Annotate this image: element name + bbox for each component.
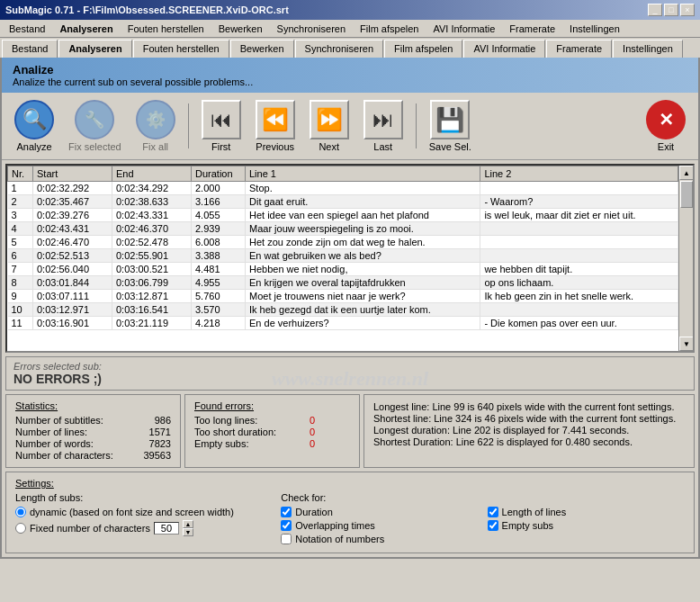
first-button[interactable]: ⏮ First [196, 98, 247, 154]
menu-fouten[interactable]: Fouten herstellen [121, 22, 211, 36]
menu-bestand[interactable]: Bestand [2, 22, 52, 36]
menu-synchroniseren[interactable]: Synchroniseren [270, 22, 353, 36]
table-row[interactable]: 5 0:02:46.470 0:02:52.478 6.008 Het zou … [8, 236, 678, 249]
tab-avi[interactable]: AVI Informatie [463, 40, 545, 58]
tab-synchroniseren[interactable]: Synchroniseren [295, 40, 383, 58]
close-button[interactable]: × [680, 4, 695, 16]
table-row[interactable]: 8 0:03:01.844 0:03:06.799 4.955 En krijg… [8, 276, 678, 290]
window-title: SubMagic 0.71 - F:\Film\Obsessed.SCREENE… [5, 4, 289, 15]
check-notation[interactable] [281, 534, 292, 544]
stat-label-3: Number of characters: [15, 450, 113, 461]
tab-instellingen[interactable]: Instellingen [613, 40, 683, 58]
check-duration[interactable] [281, 507, 292, 517]
found-errors-box: Found errors: Too long lines: 0 Too shor… [184, 394, 360, 468]
table-row[interactable]: 3 0:02:39.276 0:02:43.331 4.055 Het idee… [8, 209, 678, 222]
tab-fouten[interactable]: Fouten herstellen [133, 40, 229, 58]
menu-bewerken[interactable]: Bewerken [211, 22, 270, 36]
settings-right: x Length of lines Empty subs [488, 492, 685, 547]
table-row[interactable]: 9 0:03:07.111 0:03:12.871 5.760 Moet je … [8, 290, 678, 303]
menu-bar: Bestand Analyseren Fouten herstellen Bew… [0, 20, 700, 38]
stat-label-0: Number of subtitles: [15, 415, 103, 426]
previous-button[interactable]: ⏪ Previous [250, 98, 301, 154]
fix-selected-icon[interactable]: 🔧 [75, 100, 114, 139]
window-controls[interactable]: _ □ × [648, 4, 695, 16]
table-row[interactable]: 6 0:02:52.513 0:02:55.901 3.388 En wat g… [8, 249, 678, 263]
maximize-button[interactable]: □ [664, 4, 678, 16]
longest-row-0: Longest line: Line 99 is 640 pixels wide… [373, 401, 685, 412]
last-button[interactable]: ⏭ Last [358, 98, 408, 154]
scroll-down-arrow[interactable]: ▼ [679, 337, 694, 351]
fix-all-label: Fix all [142, 141, 168, 152]
toolbar: 🔍 Analyze 🔧 Fix selected ⚙️ Fix all ⏮ Fi… [2, 93, 698, 160]
analyze-label: Analyze [16, 141, 51, 152]
exit-icon[interactable]: ✕ [646, 100, 686, 139]
previous-label: Previous [256, 141, 294, 152]
first-icon[interactable]: ⏮ [202, 100, 241, 139]
statistics-box: Statistics: Number of subtitles: 986 Num… [5, 394, 181, 468]
scroll-up-arrow[interactable]: ▲ [679, 166, 694, 180]
tab-analyseren[interactable]: Analyseren [58, 40, 131, 58]
table-row[interactable]: 2 0:02:35.467 0:02:38.633 3.166 Dit gaat… [8, 195, 678, 209]
check-overlapping[interactable] [281, 520, 292, 531]
table-row[interactable]: 7 0:02:56.040 0:03:00.521 4.481 Hebben w… [8, 263, 678, 276]
fix-selected-label: Fix selected [68, 141, 121, 152]
stat-value-1: 1571 [149, 427, 171, 437]
check-length-lines[interactable] [488, 507, 498, 517]
stat-row-2: Number of words: 7823 [15, 438, 171, 449]
stat-value-2: 7823 [149, 438, 171, 449]
subtitle-table-container: Nr. Start End Duration Line 1 Line 2 1 0… [5, 164, 695, 353]
save-sel-button[interactable]: 💾 Save Sel. [424, 98, 477, 154]
col-line1: Line 1 [246, 166, 480, 182]
save-sel-icon[interactable]: 💾 [430, 100, 470, 139]
menu-avi[interactable]: AVI Informatie [426, 22, 502, 36]
col-line2: Line 2 [480, 166, 678, 182]
settings-left: Length of subs: dynamic (based on font s… [15, 492, 272, 547]
fixed-radio[interactable] [15, 523, 26, 534]
fix-all-icon[interactable]: ⚙️ [136, 100, 175, 139]
toolbar-separator-2 [416, 103, 417, 148]
dynamic-radio[interactable] [15, 507, 26, 517]
last-icon[interactable]: ⏭ [363, 100, 403, 139]
analyze-icon[interactable]: 🔍 [14, 100, 54, 139]
found-errors-title: Found errors: [194, 400, 350, 411]
menu-analyseren[interactable]: Analyseren [52, 22, 120, 36]
spinner-down[interactable]: ▼ [183, 528, 193, 536]
scroll-thumb[interactable] [680, 181, 693, 208]
exit-button[interactable]: ✕ Exit [641, 98, 691, 154]
toolbar-separator-1 [188, 103, 189, 148]
settings-content: Length of subs: dynamic (based on font s… [15, 492, 685, 547]
fix-all-button[interactable]: ⚙️ Fix all [130, 98, 181, 154]
next-button[interactable]: ⏩ Next [304, 98, 354, 154]
fix-selected-button[interactable]: 🔧 Fix selected [63, 98, 127, 154]
analyze-button[interactable]: 🔍 Analyze [9, 98, 59, 154]
menu-film[interactable]: Film afspelen [353, 22, 426, 36]
table-row[interactable]: 1 0:02:32.292 0:02:34.292 2.000 Stop. [8, 182, 678, 195]
exit-label: Exit [658, 141, 674, 152]
tab-film[interactable]: Film afspelen [384, 40, 462, 58]
found-label-0: Too long lines: [194, 415, 302, 426]
longest-info-box: Longest line: Line 99 is 640 pixels wide… [363, 394, 695, 468]
stat-label-1: Number of lines: [15, 427, 87, 437]
table-scroll-area[interactable]: Nr. Start End Duration Line 1 Line 2 1 0… [7, 166, 678, 351]
vertical-scrollbar[interactable]: ▲ ▼ [678, 166, 693, 351]
length-of-subs-label: Length of subs: [15, 492, 272, 503]
stat-value-0: 986 [155, 415, 171, 426]
col-duration: Duration [192, 166, 246, 182]
table-row[interactable]: 11 0:03:16.901 0:03:21.119 4.218 En de v… [8, 317, 678, 330]
longest-row-3: Shortest Duration: Line 622 is displayed… [373, 436, 685, 447]
next-icon[interactable]: ⏩ [310, 100, 349, 139]
tab-bewerken[interactable]: Bewerken [230, 40, 294, 58]
table-row[interactable]: 10 0:03:12.971 0:03:16.541 3.570 Ik heb … [8, 303, 678, 317]
table-row[interactable]: 4 0:02:43.431 0:02:46.370 2.939 Maar jou… [8, 222, 678, 236]
subtitle-table: Nr. Start End Duration Line 1 Line 2 1 0… [7, 166, 678, 330]
previous-icon[interactable]: ⏪ [256, 100, 295, 139]
check-empty-subs[interactable] [488, 520, 498, 531]
settings-middle: Check for: Duration Overlapping times No… [281, 492, 478, 547]
minimize-button[interactable]: _ [648, 4, 662, 16]
spinner-up[interactable]: ▲ [183, 520, 193, 528]
tab-bestand[interactable]: Bestand [2, 40, 58, 58]
fixed-value-input[interactable] [154, 522, 179, 535]
menu-framerate[interactable]: Framerate [502, 22, 562, 36]
menu-instellingen[interactable]: Instellingen [562, 22, 627, 36]
tab-framerate[interactable]: Framerate [546, 40, 612, 58]
